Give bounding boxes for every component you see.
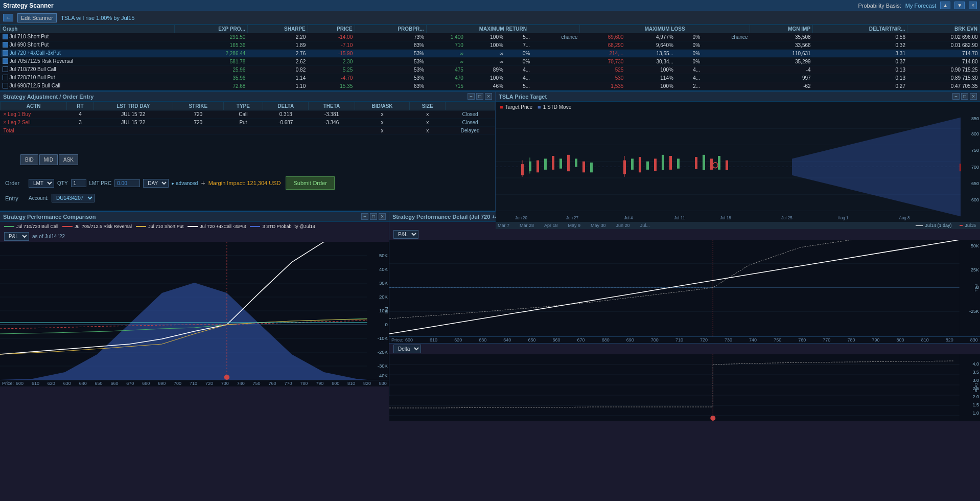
- perf-close[interactable]: ×: [379, 213, 386, 220]
- row-sharpe: 1.14: [247, 74, 308, 82]
- row-maxl2: 114%: [625, 74, 675, 82]
- row-checkbox[interactable]: [3, 50, 8, 56]
- adj-row: × Leg 1 Buy 4 JUL 15 '22 720 Call 0.313 …: [1, 110, 495, 119]
- row-price: -7.10: [308, 41, 355, 50]
- row-mgnImp: 110,631: [750, 50, 813, 58]
- dtick-720: 720: [700, 337, 708, 343]
- dtick-610: 610: [430, 337, 437, 343]
- day-select[interactable]: DAY: [143, 179, 169, 188]
- row-maxr3: 4...: [505, 66, 532, 74]
- legend-shortput-label: Jul 710 Short Put: [148, 224, 183, 229]
- perf-legend: Jul 710/720 Bull Call Jul 705/712.5 Risk…: [0, 222, 389, 231]
- svg-text:Aug 1: Aug 1: [838, 215, 849, 220]
- adj-col-strike: STRIKE: [173, 102, 223, 110]
- row-checkbox[interactable]: [3, 83, 8, 88]
- adj-panel-header: Strategy Adjustment / Order Entry − □ ×: [0, 92, 495, 102]
- svg-text:850: 850: [971, 116, 979, 121]
- row-name: Jul 710/720 Bull Call: [1, 66, 175, 74]
- tick-740: 740: [237, 381, 245, 386]
- row-exppro: 2,286.44: [174, 50, 247, 58]
- tick-660: 660: [110, 381, 118, 386]
- row-maxl3: 2...: [675, 82, 702, 90]
- top-bar: Strategy Scanner Probability Basis: My F…: [0, 0, 980, 11]
- col-sharpe: SHARPE: [247, 25, 308, 33]
- row-checkbox[interactable]: [3, 34, 8, 39]
- row-maxr3: 5...: [505, 82, 532, 90]
- svg-text:-10K: -10K: [378, 336, 388, 341]
- row-checkbox[interactable]: [3, 75, 8, 80]
- row-maxr4: [532, 50, 580, 58]
- qty-input[interactable]: [71, 179, 86, 187]
- detail-delta-select[interactable]: Delta: [393, 345, 421, 353]
- adj-col-actn: ACTN: [1, 102, 67, 110]
- row-maxl1: 68,290: [580, 41, 626, 50]
- svg-rect-18: [559, 158, 562, 168]
- perf-chart-svg: 50K 40K 30K 20K 10K 0 -10K -20K -30K -40…: [0, 242, 389, 380]
- bid-button[interactable]: BID: [20, 154, 38, 165]
- perf-detail-panel: Strategy Performance Detail (Jul 720 +4x…: [389, 211, 980, 396]
- row-deltaRtn: 0.56: [813, 33, 907, 41]
- row-checkbox[interactable]: [3, 66, 8, 72]
- tsla-minimize[interactable]: −: [952, 93, 960, 100]
- panel-minimize[interactable]: −: [468, 93, 475, 100]
- perf-expand[interactable]: □: [370, 213, 377, 220]
- table-row[interactable]: Jul 720 +4xCall -3xPut 2,286.44 2.76 -15…: [1, 50, 980, 58]
- svg-rect-34: [710, 158, 713, 170]
- row-maxr4: [532, 82, 580, 90]
- tsla-close[interactable]: ×: [970, 93, 977, 100]
- qty-label: QTY: [57, 180, 68, 186]
- svg-text:Jul 25: Jul 25: [781, 215, 792, 220]
- svg-rect-17: [552, 156, 554, 170]
- table-row[interactable]: Jul 690 Short Put 165.36 1.89 -7.10 83% …: [1, 41, 980, 50]
- collapse-icon[interactable]: ▼: [954, 2, 965, 9]
- order-type-select[interactable]: LMT: [29, 179, 54, 188]
- row-sharpe: 2.62: [247, 58, 308, 66]
- detail-pl-select[interactable]: P&L: [393, 230, 418, 239]
- col-brkEvn: BRK EVN: [907, 25, 980, 33]
- row-maxl1: 525: [580, 66, 626, 74]
- table-row[interactable]: Jul 710/720 Bull Call 25.96 0.82 5.25 53…: [1, 66, 980, 74]
- back-icon[interactable]: ←: [3, 14, 13, 21]
- edit-scanner-button[interactable]: Edit Scanner: [17, 13, 57, 22]
- legend-jul15-dot: [960, 225, 963, 226]
- adj-size: x: [410, 110, 446, 119]
- tick-650: 650: [95, 381, 103, 386]
- expand-icon[interactable]: ▲: [940, 2, 950, 9]
- lmt-prc-input[interactable]: [114, 179, 140, 187]
- row-deltaRtn: 0.32: [813, 41, 907, 50]
- panel-close[interactable]: ×: [485, 93, 492, 100]
- perf-asof-label: as of Jul14 '22: [32, 234, 65, 239]
- plus-icon[interactable]: +: [201, 179, 205, 187]
- account-select[interactable]: DU1434207: [52, 194, 95, 202]
- table-row[interactable]: Jul 705/712.5 Risk Reversal 581.78 2.62 …: [1, 58, 980, 66]
- ask-button[interactable]: ASK: [59, 154, 78, 165]
- panel-expand[interactable]: □: [476, 93, 483, 100]
- legend-short-put: Jul 710 Short Put: [136, 224, 183, 229]
- svg-rect-19: [567, 155, 570, 171]
- close-icon[interactable]: ×: [969, 2, 977, 9]
- perf-minimize[interactable]: −: [361, 213, 368, 220]
- table-row[interactable]: Jul 710 Short Put 291.50 2.20 -14.00 73%…: [1, 33, 980, 41]
- tsla-expand[interactable]: □: [961, 93, 968, 100]
- scanner-table: Graph EXP PRO... SHARPE PRICE PROBPR... …: [0, 25, 980, 90]
- tsla-chart-area: 717.6: [496, 112, 980, 222]
- tick-790: 790: [316, 381, 323, 386]
- svg-text:3.5: 3.5: [972, 370, 979, 375]
- svg-rect-93: [389, 354, 980, 421]
- advanced-toggle[interactable]: ▸ advanced: [172, 180, 198, 186]
- row-checkbox[interactable]: [3, 42, 8, 48]
- row-exppro: 581.78: [174, 58, 247, 66]
- table-row[interactable]: Jul 720/710 Bull Put 35.96 1.14 -4.70 53…: [1, 74, 980, 82]
- row-checkbox[interactable]: [3, 58, 8, 64]
- adj-col-type: TYPE: [223, 102, 263, 110]
- mid-button[interactable]: MID: [39, 154, 58, 165]
- row-maxl4: [702, 82, 750, 90]
- row-maxl2: 30,34...: [625, 58, 675, 66]
- col-price: PRICE: [308, 25, 355, 33]
- perf-metric-select[interactable]: P&L: [4, 232, 29, 241]
- tick-630: 630: [63, 381, 71, 386]
- submit-order-button[interactable]: Submit Order: [286, 176, 334, 190]
- svg-text:750: 750: [971, 148, 979, 153]
- row-maxr3: 0%: [505, 58, 532, 66]
- table-row[interactable]: Jul 690/712.5 Bull Call 72.68 1.10 15.35…: [1, 82, 980, 90]
